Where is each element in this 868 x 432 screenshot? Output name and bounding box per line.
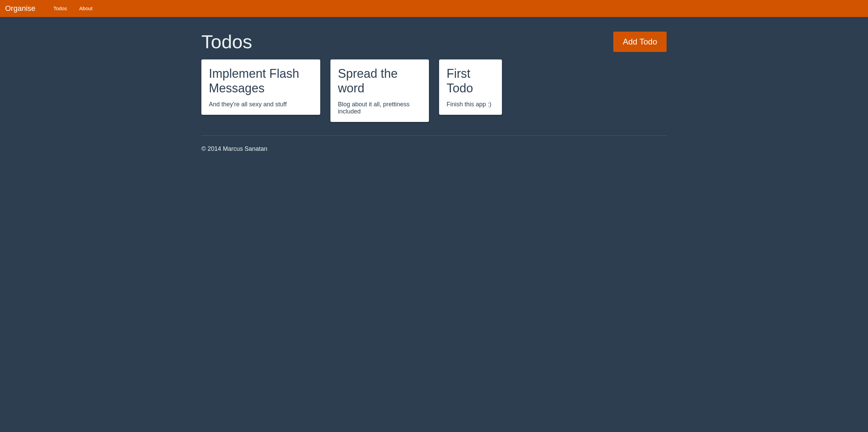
page-title: Todos: [201, 31, 252, 53]
todo-title: First Todo: [447, 66, 494, 95]
divider: [201, 136, 667, 136]
navbar-brand[interactable]: Organise: [5, 4, 40, 13]
navbar-nav: Todos About: [47, 5, 98, 12]
footer: © 2014 Marcus Sanatan: [201, 143, 667, 159]
todo-card[interactable]: Spread the word Blog about it all, prett…: [330, 59, 429, 122]
todo-description: Blog about it all, prettiness included: [338, 101, 421, 115]
footer-copyright: © 2014 Marcus Sanatan: [201, 145, 667, 152]
nav-link-todos[interactable]: Todos: [53, 5, 67, 11]
todos-row: Implement Flash Messages And they're all…: [196, 59, 672, 129]
todo-title: Spread the word: [338, 66, 421, 95]
navbar: Organise Todos About: [0, 0, 868, 17]
todo-card[interactable]: Implement Flash Messages And they're all…: [201, 59, 320, 115]
nav-link-about[interactable]: About: [79, 5, 92, 11]
todo-description: Finish this app :): [447, 101, 494, 108]
add-todo-button[interactable]: Add Todo: [613, 32, 667, 52]
page-header: Todos Add Todo: [201, 17, 667, 59]
todo-description: And they're all sexy and stuff: [209, 101, 313, 108]
todo-card[interactable]: First Todo Finish this app :): [439, 59, 502, 115]
todo-title: Implement Flash Messages: [209, 66, 313, 95]
